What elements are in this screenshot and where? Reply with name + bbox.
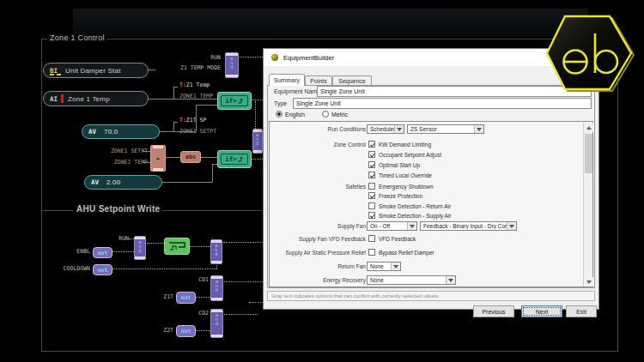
if-block-face: if>: [221, 95, 248, 106]
dotted-wire: [112, 268, 216, 269]
checkbox-optimal-start-up[interactable]: Optimal Start Up: [368, 161, 420, 168]
not-block-label: not: [98, 267, 108, 274]
block-cap: [211, 335, 222, 337]
bi-point-unit-damper-stat[interactable]: BI Unit Damper Stat: [43, 63, 149, 78]
and-block[interactable]: and: [210, 309, 223, 338]
energy-recovery-dropdown[interactable]: None: [367, 275, 456, 285]
run-conditions-dropdown[interactable]: Scheduled: [367, 124, 404, 134]
dotted-wire: [190, 246, 210, 247]
supply-fan-dropdown[interactable]: On - Off: [367, 221, 417, 231]
dropdown-arrow-icon[interactable]: [446, 276, 455, 284]
not-block-label: not: [98, 250, 108, 256]
not-block[interactable]: not: [93, 247, 112, 258]
top-toolbar-strip: [73, 9, 588, 37]
and-block[interactable]: and: [225, 52, 239, 78]
checkbox-vfd-feedback[interactable]: VFD Feedback: [368, 235, 416, 242]
subtract-block[interactable]: -: [150, 145, 166, 172]
dotted-wire: [195, 330, 210, 331]
static-pressure-relief-label: Supply Air Static Pressure Relief: [270, 250, 366, 256]
and-block-label: and: [229, 56, 234, 75]
checkbox-occupant-setpoint-adjust[interactable]: Occupant Setpoint Adjust: [368, 151, 441, 158]
checkbox-smoke-detection-return-air[interactable]: Smoke Detection - Return Air: [368, 202, 451, 209]
scroll-up-button[interactable]: [584, 123, 593, 132]
if-greater-block[interactable]: if>: [217, 92, 252, 110]
and-block[interactable]: and: [134, 236, 146, 260]
block-cap: [135, 256, 145, 259]
dropdown-arrow-icon[interactable]: [407, 222, 416, 230]
radio-english[interactable]: English: [276, 111, 305, 118]
checkbox-box: [368, 183, 375, 190]
type-input[interactable]: Single Zone Unit: [293, 98, 592, 109]
wire: [212, 164, 213, 182]
supply-fan-feedback-dropdown[interactable]: Feedback - Binary Input - Dry Contact: [420, 221, 517, 231]
ai-status-bar: [61, 94, 64, 103]
port-t-z1t-sp: T:Z1T SP: [179, 117, 206, 124]
return-fan-dropdown[interactable]: None: [367, 262, 401, 271]
port-zone1-temp-b: ZONE1 TEMP: [103, 159, 148, 166]
and-block[interactable]: and: [210, 239, 222, 264]
section-title-ahu: AHU Setpoint Write: [74, 204, 162, 214]
checkbox-box: [368, 141, 375, 148]
checkbox-emergency-shutdown[interactable]: Emergency Shutdown: [368, 183, 434, 190]
ai-point-zone1-temp[interactable]: AI Zone 1 Temp: [43, 91, 149, 106]
and-block-partially-hidden[interactable]: and: [252, 129, 263, 154]
port-zone1-setpt-b: ZONE1 SETPT: [103, 148, 148, 154]
dropdown-value: ZS Sensor: [408, 126, 474, 132]
wire: [196, 105, 217, 106]
checkbox-box: [368, 212, 375, 219]
energy-recovery-label: Energy Recovery: [270, 277, 366, 283]
wire: [162, 182, 212, 183]
checkbox-smoke-detection-supply-air[interactable]: Smoke Detection - Supply Air: [368, 212, 452, 219]
tab-summary[interactable]: Summary: [269, 74, 305, 86]
vertical-scrollbar[interactable]: [583, 123, 592, 287]
av-point-2[interactable]: AV 2.00: [84, 175, 162, 190]
if-arrow-icon: [238, 98, 244, 104]
hint-bar: Gray text indicates options that can con…: [267, 291, 595, 301]
checkbox-timed-local-override[interactable]: Timed Local Override: [368, 172, 432, 178]
not-block-label: not: [181, 328, 191, 335]
not-block[interactable]: not: [176, 325, 196, 337]
wire: [159, 131, 196, 132]
exit-button[interactable]: Exit: [566, 305, 597, 317]
previous-button[interactable]: Previous: [473, 305, 514, 317]
checkbox-label: KW Demand Limiting: [379, 142, 431, 148]
abs-block[interactable]: abs: [180, 151, 201, 163]
scroll-down-button[interactable]: [584, 277, 593, 287]
not-block[interactable]: not: [176, 292, 196, 304]
abs-block-label: abs: [185, 154, 197, 160]
dropdown-arrow-icon[interactable]: [394, 125, 404, 133]
radio-metric[interactable]: Metric: [322, 111, 348, 118]
dotted-wire: [196, 297, 210, 298]
dropdown-arrow-icon[interactable]: [391, 262, 400, 270]
checkbox-bypass-relief-damper[interactable]: Bypass Relief Damper: [368, 249, 434, 256]
wire: [148, 69, 155, 70]
checkbox-kw-demand-limiting[interactable]: KW Demand Limiting: [368, 141, 431, 148]
wire: [166, 157, 180, 158]
checkbox-box: [368, 161, 375, 168]
wire: [148, 99, 217, 100]
radio-circle: [276, 111, 283, 118]
latch-block[interactable]: [164, 238, 190, 255]
type-label: Type: [274, 100, 287, 106]
wire: [173, 122, 174, 131]
and-block[interactable]: and: [210, 275, 223, 301]
block-cap: [226, 75, 238, 77]
not-block[interactable]: not: [93, 264, 112, 275]
if-greater-block[interactable]: if>: [217, 150, 252, 168]
checkbox-label: Timed Local Override: [379, 172, 432, 178]
scrollbar-thumb[interactable]: [585, 134, 592, 173]
dotted-wire: [224, 281, 263, 282]
next-button[interactable]: Next: [521, 305, 562, 317]
supply-fan-vfd-feedback-label: Supply Fan VFD Feedback: [270, 236, 366, 242]
av-point-70[interactable]: AV 70.0: [82, 124, 160, 139]
dropdown-arrow-icon[interactable]: [474, 125, 483, 133]
section-title-zone1: Zone 1 Control: [47, 33, 107, 42]
port-run-top: RUN: [195, 54, 221, 61]
checkbox-label: Optimal Start Up: [379, 162, 420, 168]
dropdown-arrow-icon[interactable]: [507, 222, 516, 230]
checkbox-box: [368, 192, 375, 199]
zs-sensor-dropdown[interactable]: ZS Sensor: [407, 124, 484, 134]
checkbox-freeze-protection[interactable]: Freeze Protection: [368, 192, 422, 199]
dropdown-value: Scheduled: [368, 126, 394, 132]
dropdown-value: On - Off: [368, 223, 407, 229]
